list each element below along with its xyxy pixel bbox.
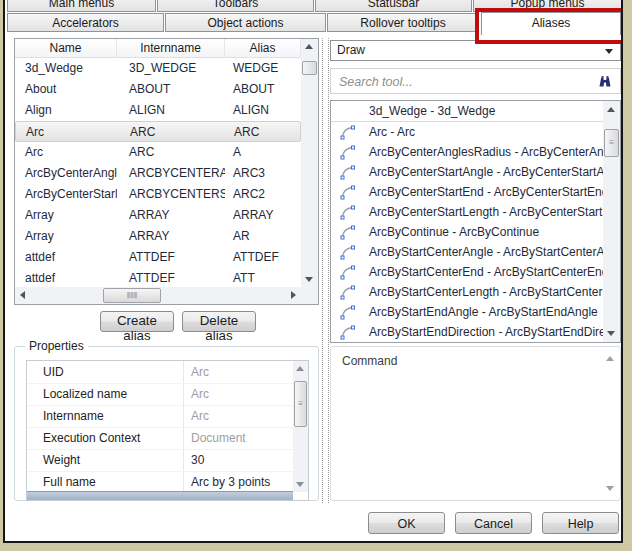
scrollbar-thumb[interactable]: ⦀⦀⦀ [103,288,161,303]
cell-internname: ARC [118,122,226,143]
scrollbar-thumb[interactable]: ≡ [294,381,307,427]
properties-grid[interactable]: UID Arc Localized name Arc Internname Ar… [26,360,309,501]
list-item[interactable]: ArcByStartCenterAngle - ArcByStartCenter… [331,242,603,262]
arc-icon [340,124,356,140]
table-row[interactable]: Align ALIGN ALIGN [15,100,301,121]
table-row[interactable]: Arc ARC A [15,142,301,163]
binoculars-icon[interactable] [597,74,613,90]
property-value: Arc [191,405,209,427]
list-item[interactable]: 3d_Wedge - 3d_Wedge [331,101,603,122]
scroll-left-icon[interactable] [20,291,25,299]
tab-label: Popup menus [510,0,584,10]
thumb-grip: ≡ [298,400,303,408]
table-vertical-scrollbar[interactable] [301,39,318,287]
tab-object-actions[interactable]: Object actions [165,13,326,32]
scrollbar-thumb[interactable] [302,61,317,75]
command-panel[interactable]: Command [330,346,621,501]
properties-group-title: Properties [25,339,88,353]
table-row[interactable]: 3d_Wedge 3D_WEDGE WEDGE [15,58,301,79]
property-row[interactable]: Localized name Arc [27,383,293,406]
column-header-name[interactable]: Name [15,39,117,58]
scroll-up-icon[interactable] [607,107,615,112]
property-row[interactable]: Execution Context Document [27,427,293,450]
list-item[interactable]: ArcByCenterStartEnd - ArcByCenterStartEn… [331,182,603,202]
alias-table[interactable]: Name Internname Alias 3d_Wedge 3D_WEDGE … [14,38,319,305]
table-row[interactable]: ArcByCenterStarl ARCBYCENTERST ARC2 [15,184,301,205]
cell-alias: ALIGN [225,100,301,121]
cell-name: ArcByCenterStarl [15,184,117,205]
cell-name: attdef [15,268,117,289]
table-horizontal-scrollbar[interactable]: ⦀⦀⦀ [15,287,301,304]
arc-icon [340,284,356,300]
cell-name: ArcByCenterAngl [15,163,117,184]
table-row[interactable]: attdef ATTDEF ATTDEF [15,247,301,268]
ok-button[interactable]: OK [368,512,445,534]
list-item[interactable]: ArcByCenterStartLength - ArcByCenterStar… [331,202,603,222]
scroll-up-icon[interactable] [606,356,614,361]
tool-search-box[interactable] [330,68,621,94]
table-row[interactable]: About ABOUT ABOUT [15,79,301,100]
create-alias-button[interactable]: Create alias [100,311,174,332]
properties-horizontal-scrollbar[interactable] [27,491,293,500]
tab-popup-menus[interactable]: Popup menus [473,0,622,12]
customize-dialog-window: Main menus Toolbars Statusbar Popup menu… [0,0,632,551]
tab-toolbars[interactable]: Toolbars [157,0,314,12]
tab-label: Statusbar [368,0,419,10]
table-row[interactable]: Array ARRAY ARRAY [15,205,301,226]
cell-internname: ALIGN [117,100,225,121]
tool-label: 3d_Wedge - 3d_Wedge [369,101,495,121]
chevron-down-icon[interactable] [605,49,613,54]
search-input[interactable] [337,71,591,93]
list-item[interactable]: ArcByStartCenterLength - ArcByStartCente… [331,282,603,302]
tab-aliases[interactable]: Aliases [481,12,621,35]
scroll-down-icon[interactable] [607,331,615,336]
arc-icon [340,204,356,220]
list-item[interactable]: Arc - Arc [331,122,603,142]
tab-label: Rollover tooltips [360,16,445,30]
scroll-up-icon[interactable] [296,366,304,371]
scroll-right-icon[interactable] [291,291,296,299]
scroll-up-icon[interactable] [305,44,313,49]
list-item[interactable]: ArcByContinue - ArcByContinue [331,222,603,242]
property-row[interactable]: UID Arc [27,361,293,384]
table-row[interactable]: attdef ATTDEF ATT [15,268,301,289]
help-button[interactable]: Help [542,512,619,534]
table-row[interactable]: ArcByCenterAngl ARCBYCENTERAI ARC3 [15,163,301,184]
tab-main-menus[interactable]: Main menus [7,0,156,12]
column-header-alias[interactable]: Alias [225,39,301,58]
tab-label: Main menus [49,0,114,10]
cell-internname: ATTDEF [117,268,225,289]
tool-list[interactable]: 3d_Wedge - 3d_Wedge Arc - Arc ArcByCente… [330,100,621,343]
properties-scrollbar[interactable]: ≡ [293,361,308,492]
list-item[interactable]: ArcByCenterAnglesRadius - ArcByCenterAng… [331,142,603,162]
property-row[interactable]: Internname Arc [27,405,293,428]
table-row-selected[interactable]: Arc ARC ARC [15,121,301,142]
tab-rollover-tooltips[interactable]: Rollover tooltips [327,13,479,32]
delete-alias-button[interactable]: Delete alias [182,311,256,332]
cell-name: Array [15,205,117,226]
list-item[interactable]: ArcByStartEndAngle - ArcByStartEndAngle [331,302,603,322]
panel-splitter[interactable] [322,38,329,503]
scrollbar-thumb[interactable]: ≡ [604,129,619,157]
category-dropdown[interactable]: Draw [330,40,621,61]
tool-list-scrollbar[interactable]: ≡ [603,101,620,342]
cell-name: Arc [16,122,118,143]
property-row[interactable]: Weight 30 [27,449,293,472]
cell-alias: ATTDEF [225,247,301,268]
list-item[interactable]: ArcByStartEndDirection - ArcByStartEndDi… [331,322,603,342]
scroll-down-icon[interactable] [305,277,313,282]
table-row[interactable]: Array ARRAY AR [15,226,301,247]
list-item[interactable]: ArcByCenterStartAngle - ArcByCenterStart… [331,162,603,182]
cell-internname: ATTDEF [117,247,225,268]
list-item[interactable]: ArcByStartCenterEnd - ArcByStartCenterEn… [331,262,603,282]
tab-accelerators[interactable]: Accelerators [7,13,164,32]
tool-label: ArcByStartCenterAngle - ArcByStartCenter… [369,242,603,262]
cancel-button[interactable]: Cancel [455,512,532,534]
property-value: Document [191,427,246,449]
column-header-internname[interactable]: Internname [117,39,225,58]
thumb-grip: ≡ [609,139,614,147]
tab-statusbar[interactable]: Statusbar [315,0,472,12]
scroll-down-icon[interactable] [296,482,304,487]
cell-alias: AR [225,226,301,247]
scroll-down-icon[interactable] [606,486,614,491]
